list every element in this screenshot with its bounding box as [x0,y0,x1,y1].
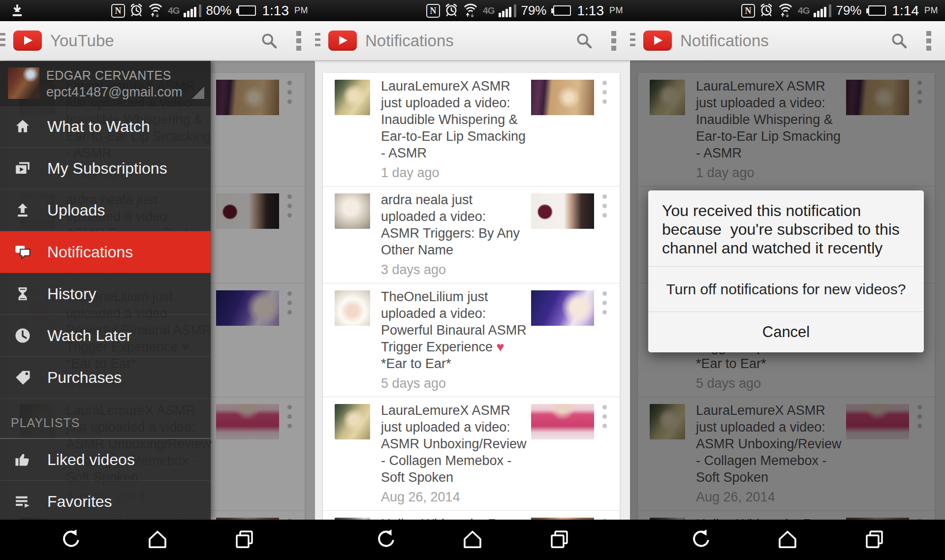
sidebar-item-favorites[interactable]: Favorites [0,481,211,520]
video-thumbnail[interactable] [531,290,594,326]
nfc-icon: N [741,4,755,18]
panel-notification-dialog: N4G 79% 1:14 PM Notifications LauraLemur [630,0,945,560]
overflow-menu-icon[interactable] [594,191,615,218]
nfc-icon: N [111,4,125,18]
notification-text: LauraLemureX ASMR just uploaded a video:… [381,78,527,161]
nfc-icon: N [426,4,440,18]
alarm-icon [759,3,773,19]
account-avatar [8,67,39,99]
battery-icon [551,5,571,16]
recent-apps-button[interactable] [864,529,886,551]
battery-percent: 79% [521,3,546,18]
recent-apps-button[interactable] [234,529,256,551]
history-icon [13,284,32,304]
android-nav-bar [315,520,630,560]
channel-avatar [335,404,370,439]
cancel-button[interactable]: Cancel [648,311,924,352]
back-button[interactable] [374,529,396,551]
app-toolbar: Notifications [630,21,945,61]
sidebar-item-watch-later[interactable]: Watch Later [0,315,211,357]
video-thumbnail[interactable] [531,193,594,229]
notifications-icon [13,242,32,262]
playlists-section-label: PLAYLISTS [0,399,211,439]
clock-meridiem: PM [924,5,938,16]
notification-row[interactable]: ardra neala just uploaded a video: ASMR … [323,186,620,283]
channel-avatar [335,80,370,115]
sidebar-item-uploads[interactable]: Uploads [0,189,211,231]
sidebar-item-notifications[interactable]: Notifications [0,231,211,273]
download-status-icon [10,3,25,18]
notification-row[interactable]: LauraLemureX ASMR just uploaded a video:… [323,397,620,510]
account-dropdown-caret[interactable] [192,87,204,99]
purchases-icon [13,368,32,387]
search-icon[interactable] [891,32,908,49]
notification-timestamp: 1 day ago [381,165,527,180]
clock-time: 1:13 [262,3,289,19]
overflow-menu-icon[interactable] [296,31,301,51]
toolbar-title: Notifications [680,31,769,50]
notification-timestamp: 5 days ago [381,376,527,391]
overflow-menu-icon[interactable] [594,402,615,428]
menu-icon[interactable] [0,33,5,46]
navigation-drawer: EDGAR CERVANTES epct41487@gmail.com What… [0,61,211,520]
battery-icon [866,5,886,16]
4g-network-icon: 4G [483,5,494,16]
overflow-menu-icon[interactable] [594,288,615,314]
app-toolbar: YouTube [0,21,315,61]
status-bar: N4G 80% 1:13 PM [0,0,315,21]
notification-info-dialog: You received this notification because y… [648,190,924,352]
menu-icon[interactable] [315,33,320,46]
alarm-icon [444,3,458,19]
search-icon[interactable] [576,32,593,49]
overflow-menu-icon[interactable] [926,31,931,51]
notification-timestamp: Aug 26, 2014 [381,490,527,504]
notification-row[interactable]: LauraLemureX ASMR just uploaded a video:… [323,73,620,186]
panel-notifications-list: N4G 79% 1:13 PM Notifications LauraLemur [315,0,630,560]
watch-later-icon [13,326,32,345]
clock-meridiem: PM [294,5,308,16]
recent-apps-button[interactable] [549,529,571,551]
status-bar: N4G 79% 1:14 PM [630,0,945,21]
overflow-menu-icon[interactable] [594,78,615,104]
video-thumbnail[interactable] [531,80,594,115]
home-button[interactable] [461,529,484,551]
back-button[interactable] [689,529,711,551]
toolbar-title: YouTube [50,31,114,50]
turn-off-notifications-button[interactable]: Turn off notifications for new videos? [648,266,924,311]
clock-meridiem: PM [609,5,623,16]
video-thumbnail[interactable] [531,404,594,439]
panel-drawer-open: N4G 80% 1:13 PM YouTube LauraLemureX ASM [0,0,315,560]
notification-row[interactable]: TheOneLilium just uploaded a video: Powe… [323,283,620,397]
4g-network-icon: 4G [168,5,179,16]
home-icon [13,117,32,136]
alarm-icon [129,3,143,19]
menu-icon[interactable] [630,33,635,46]
upload-icon [13,200,32,220]
notification-row[interactable]: Hailey WhisperingRose just uploaded a vi… [323,510,620,520]
heart-emoji: ♥ [497,340,504,354]
sidebar-item-what-to-watch[interactable]: What to Watch [0,106,211,148]
wifi-icon [148,2,163,19]
battery-percent: 80% [206,3,231,18]
notifications-list: LauraLemureX ASMR just uploaded a video:… [315,61,630,520]
account-header[interactable]: EDGAR CERVANTES epct41487@gmail.com [0,61,211,106]
search-icon[interactable] [261,32,278,49]
home-button[interactable] [776,529,799,551]
battery-icon [236,5,256,16]
overflow-menu-icon[interactable] [611,31,616,51]
android-nav-bar [0,520,315,560]
signal-strength-icon [814,4,831,17]
home-button[interactable] [146,529,169,551]
sidebar-item-liked-videos[interactable]: Liked videos [0,439,211,481]
toolbar-title: Notifications [365,31,454,50]
notification-text: LauraLemureX ASMR just uploaded a video:… [381,402,527,486]
sidebar-item-purchases[interactable]: Purchases [0,357,211,399]
back-button[interactable] [59,529,81,551]
clock-time: 1:13 [577,3,604,19]
overflow-menu-icon[interactable] [594,516,615,520]
wifi-icon [778,2,793,19]
sidebar-item-history[interactable]: History [0,273,211,315]
signal-strength-icon [499,4,516,17]
battery-percent: 79% [836,3,861,18]
sidebar-item-my-subscriptions[interactable]: My Subscriptions [0,148,211,189]
